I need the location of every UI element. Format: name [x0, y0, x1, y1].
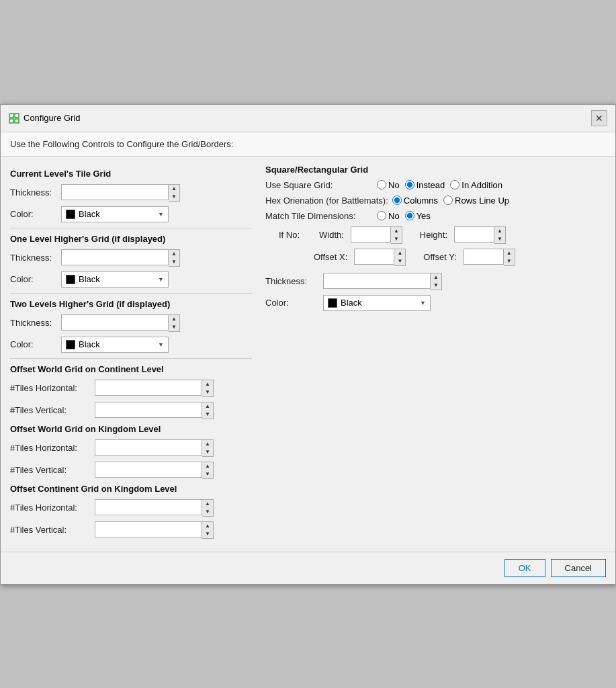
continent-v-input[interactable]: 0 [95, 402, 202, 418]
offset-y-input[interactable]: 0 [464, 249, 504, 265]
width-up[interactable]: ▲ [391, 227, 402, 235]
two-color-swatch-label: Black [66, 339, 100, 349]
kingdom-h-input[interactable]: 0 [95, 439, 202, 456]
offset-y-down[interactable]: ▼ [504, 257, 515, 265]
right-color-label: Color: [265, 298, 319, 308]
hex-columns-radio[interactable] [392, 196, 402, 205]
use-square-options: No Instead In Addition [377, 180, 502, 190]
kingdom-h-up[interactable]: ▲ [202, 440, 213, 448]
kingdom-v-row: #Tiles Vertical: 0 ▲ ▼ [10, 462, 252, 479]
current-color-dropdown[interactable]: Black ▼ [61, 206, 169, 222]
ok-button[interactable]: OK [504, 559, 545, 577]
right-thickness-up[interactable]: ▲ [431, 273, 441, 282]
two-thickness-down[interactable]: ▼ [169, 323, 179, 331]
use-square-addition-label: In Addition [461, 180, 502, 190]
kingdom-h-down[interactable]: ▼ [202, 448, 213, 456]
right-color-swatch [328, 298, 337, 308]
offset-x-up[interactable]: ▲ [394, 249, 405, 257]
right-thickness-down[interactable]: ▼ [431, 282, 441, 290]
continent-v-spin-buttons: ▲ ▼ [202, 402, 214, 419]
kingdom-v-down[interactable]: ▼ [202, 470, 213, 478]
offset-y-spinner: 0 ▲ ▼ [464, 249, 515, 266]
two-color-dropdown[interactable]: Black ▼ [61, 337, 169, 353]
kingdom-v-input[interactable]: 0 [95, 462, 202, 478]
height-input[interactable]: 40 [454, 226, 494, 243]
one-color-swatch [66, 275, 75, 284]
hex-columns-label: Columns [404, 196, 438, 206]
right-thickness-spin-buttons: ▲ ▼ [431, 273, 442, 290]
hex-rows-radio[interactable] [443, 196, 453, 205]
svg-rect-0 [9, 114, 13, 118]
current-color-row: Color: Black ▼ [10, 206, 252, 222]
offset-y-up[interactable]: ▲ [504, 249, 515, 257]
ck-h-input[interactable]: 0 [95, 499, 202, 515]
height-up[interactable]: ▲ [494, 227, 505, 235]
right-thickness-spinner: 1 ▲ ▼ [323, 273, 442, 290]
one-thickness-input[interactable]: 2 [61, 249, 169, 265]
use-square-addition-radio[interactable] [450, 180, 459, 189]
ck-v-up[interactable]: ▲ [202, 522, 213, 530]
ck-v-input[interactable]: 0 [95, 521, 202, 538]
continent-h-input[interactable]: 0 [95, 380, 202, 396]
one-thickness-down[interactable]: ▼ [169, 258, 179, 266]
width-down[interactable]: ▼ [391, 235, 402, 243]
match-tile-no-radio[interactable] [377, 211, 386, 220]
cancel-button[interactable]: Cancel [551, 559, 606, 577]
continent-v-up[interactable]: ▲ [202, 402, 213, 411]
match-tile-yes-radio[interactable] [405, 211, 414, 220]
two-level-title: Two Levels Higher's Grid (if displayed) [10, 299, 252, 309]
two-color-row: Color: Black ▼ [10, 337, 252, 353]
one-color-dropdown[interactable]: Black ▼ [61, 271, 169, 288]
ck-v-spin-buttons: ▲ ▼ [202, 521, 214, 539]
continent-h-up[interactable]: ▲ [202, 380, 213, 388]
use-square-instead-radio[interactable] [405, 180, 414, 189]
ck-v-spinner: 0 ▲ ▼ [95, 521, 214, 539]
right-color-row: Color: Black ▼ [265, 295, 606, 311]
hex-orientation-label: Hex Orienation (for Battlemats): [265, 196, 388, 206]
one-thickness-up[interactable]: ▲ [169, 250, 179, 258]
offset-x-input[interactable]: 0 [354, 249, 394, 265]
height-label: Height: [420, 230, 447, 240]
two-thickness-up[interactable]: ▲ [169, 315, 179, 323]
match-tile-no-option: No [377, 211, 400, 221]
use-square-instead-option: Instead [405, 180, 445, 190]
close-button[interactable]: ✕ [591, 110, 607, 126]
two-color-arrow: ▼ [158, 341, 164, 348]
ck-h-up[interactable]: ▲ [202, 500, 213, 508]
offset-x-down[interactable]: ▼ [394, 257, 405, 265]
hex-orientation-options: Columns Rows Line Up [392, 196, 509, 206]
svg-rect-3 [15, 119, 19, 123]
if-no-section: If No: Width: 40 ▲ ▼ Height: 40 ▲ [265, 226, 606, 266]
continent-h-down[interactable]: ▼ [202, 388, 213, 396]
current-thickness-down[interactable]: ▼ [169, 193, 179, 201]
ck-v-down[interactable]: ▼ [202, 530, 213, 538]
hex-orientation-row: Hex Orienation (for Battlemats): Columns… [265, 196, 606, 206]
current-thickness-input[interactable]: 1 [61, 184, 169, 200]
offset-y-spin-buttons: ▲ ▼ [504, 249, 515, 266]
two-color-swatch [66, 340, 75, 349]
one-color-arrow: ▼ [158, 276, 164, 283]
right-color-dropdown[interactable]: Black ▼ [323, 295, 431, 311]
current-color-text: Black [79, 209, 100, 219]
two-thickness-input[interactable]: 3 [61, 314, 169, 331]
ck-h-down[interactable]: ▼ [202, 508, 213, 516]
use-square-instead-label: Instead [416, 180, 445, 190]
subtitle-text: Use the Following Controls to Configure … [10, 139, 233, 149]
footer: OK Cancel [1, 552, 615, 584]
use-square-no-radio[interactable] [377, 180, 386, 189]
kingdom-v-up[interactable]: ▲ [202, 462, 213, 470]
height-down[interactable]: ▼ [494, 235, 505, 243]
current-thickness-up[interactable]: ▲ [169, 185, 179, 193]
hex-rows-option: Rows Line Up [443, 196, 509, 206]
two-thickness-label: Thickness: [10, 318, 57, 328]
continent-v-down[interactable]: ▼ [202, 411, 213, 419]
match-tile-no-label: No [388, 211, 400, 221]
continent-v-row: #Tiles Vertical: 0 ▲ ▼ [10, 402, 252, 419]
kingdom-v-label: #Tiles Vertical: [10, 465, 91, 475]
width-input[interactable]: 40 [351, 226, 391, 243]
right-thickness-input[interactable]: 1 [323, 273, 431, 289]
match-tile-yes-option: Yes [405, 211, 431, 221]
match-tile-options: No Yes [377, 211, 431, 221]
width-height-row: If No: Width: 40 ▲ ▼ Height: 40 ▲ [279, 226, 606, 244]
right-color-arrow: ▼ [420, 300, 426, 306]
